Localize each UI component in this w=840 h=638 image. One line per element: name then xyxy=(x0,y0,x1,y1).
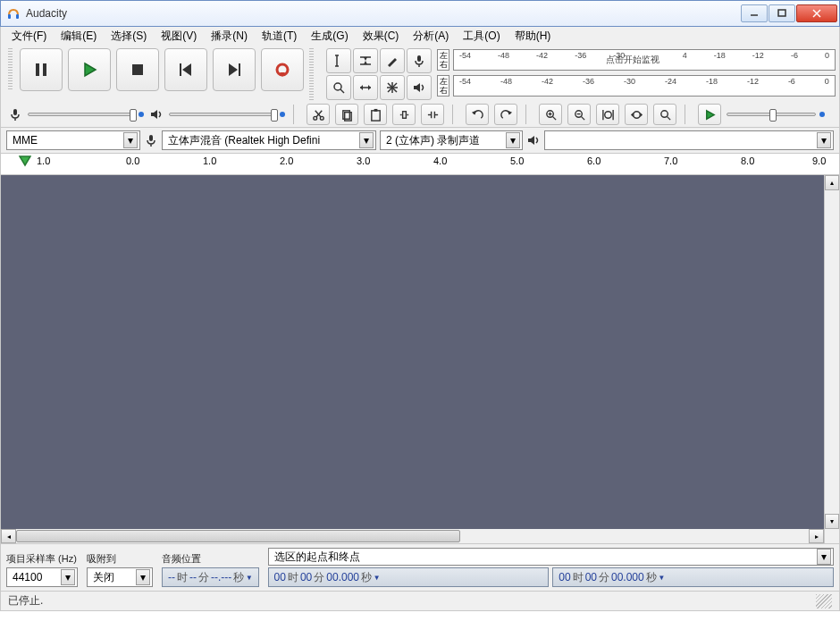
tracks-canvas[interactable] xyxy=(1,175,824,529)
menu-select[interactable]: 选择(S) xyxy=(104,28,154,45)
selection-mode-combo[interactable]: 选区的起点和终点 ▾ xyxy=(268,548,834,566)
svg-marker-8 xyxy=(85,63,96,76)
svg-rect-40 xyxy=(371,110,379,120)
svg-rect-1 xyxy=(16,14,19,19)
undo-button[interactable] xyxy=(466,104,489,125)
menu-tracks[interactable]: 轨道(T) xyxy=(255,28,304,45)
play-meter-label: 左右 xyxy=(437,75,449,97)
speaker-icon xyxy=(149,107,164,122)
menu-tools[interactable]: 工具(O) xyxy=(456,28,507,45)
selection-tool-icon[interactable] xyxy=(326,48,351,73)
horizontal-scrollbar[interactable]: ◂ ▸ xyxy=(0,529,840,544)
audio-host-combo[interactable]: MME ▾ xyxy=(6,130,140,150)
skip-end-button[interactable] xyxy=(213,48,256,91)
playback-meter[interactable]: -54 -48 -42 -36 -30 -24 -18 -12 -6 0 xyxy=(453,75,836,97)
zoom-out-button[interactable] xyxy=(567,104,591,125)
scroll-handle[interactable] xyxy=(16,530,460,542)
svg-line-52 xyxy=(552,116,556,120)
start-monitoring-text[interactable]: 点击开始监视 xyxy=(606,54,659,66)
ruler-tick: 9.0 xyxy=(812,155,826,166)
maximize-button[interactable] xyxy=(769,4,795,22)
svg-point-58 xyxy=(604,111,611,118)
track-area: ▴ ▾ xyxy=(0,175,840,529)
cut-button[interactable] xyxy=(307,104,330,125)
envelope-tool-icon[interactable] xyxy=(353,48,378,73)
menu-generate[interactable]: 生成(G) xyxy=(304,28,355,45)
svg-rect-3 xyxy=(778,10,785,16)
scroll-left-button[interactable]: ◂ xyxy=(1,529,16,543)
svg-marker-25 xyxy=(360,85,363,90)
zoom-tool-icon[interactable] xyxy=(326,75,351,100)
playhead-marker-icon[interactable] xyxy=(19,155,31,170)
audio-position-display[interactable]: --时 --分 --.---秒 ▾ xyxy=(162,567,259,587)
menu-view[interactable]: 视图(V) xyxy=(154,28,204,45)
mic-icon xyxy=(144,133,158,147)
recording-channels-combo[interactable]: 2 (立体声) 录制声道 ▾ xyxy=(380,130,523,150)
menu-edit[interactable]: 编辑(E) xyxy=(54,28,104,45)
playback-device-combo[interactable]: ▾ xyxy=(544,130,834,150)
svg-line-23 xyxy=(340,89,344,93)
snap-to-combo[interactable]: 关闭 ▾ xyxy=(87,567,153,587)
chevron-down-icon: ▾ xyxy=(61,569,75,585)
menu-effect[interactable]: 效果(C) xyxy=(356,28,407,45)
chevron-down-icon: ▾ xyxy=(817,132,831,148)
minimize-button[interactable] xyxy=(741,4,768,22)
selection-end-display[interactable]: 00时 00分 00.000秒 ▾ xyxy=(552,567,834,587)
playback-volume-slider[interactable] xyxy=(169,112,285,117)
scroll-down-button[interactable]: ▾ xyxy=(825,514,839,529)
vertical-scrollbar[interactable]: ▴ ▾ xyxy=(824,175,839,529)
tools-toolbar xyxy=(326,48,432,100)
svg-point-61 xyxy=(633,111,640,118)
play-button[interactable] xyxy=(68,48,111,91)
recording-device-combo[interactable]: 立体声混音 (Realtek High Defini ▾ xyxy=(162,130,376,150)
ruler-tick: 7.0 xyxy=(664,155,677,166)
title-bar: Audacity xyxy=(0,0,840,27)
fit-selection-button[interactable] xyxy=(596,104,619,125)
selection-start-display[interactable]: 00时 00分 00.000秒 ▾ xyxy=(268,567,550,587)
fit-project-button[interactable] xyxy=(625,104,648,125)
play-at-speed-button[interactable] xyxy=(698,104,721,125)
recording-meter[interactable]: -54 -48 -42 -36 -30 x 4 -18 -12 -6 0 点击开… xyxy=(453,49,836,71)
toolbar-grip[interactable] xyxy=(8,48,13,91)
window-title: Audacity xyxy=(26,7,740,20)
paste-button[interactable] xyxy=(364,104,387,125)
silence-button[interactable] xyxy=(421,104,444,125)
resize-grip-icon[interactable] xyxy=(816,594,832,609)
menu-analyze[interactable]: 分析(A) xyxy=(406,28,456,45)
pause-button[interactable] xyxy=(20,48,63,91)
scroll-right-button[interactable]: ▸ xyxy=(809,529,824,543)
multi-tool-icon[interactable] xyxy=(380,75,405,100)
menu-transport[interactable]: 播录(N) xyxy=(204,28,255,45)
timeline-ruler[interactable]: 1.00.01.02.03.04.05.06.07.08.09.0 xyxy=(0,154,840,175)
zoom-in-button[interactable] xyxy=(539,104,562,125)
menu-help[interactable]: 帮助(H) xyxy=(508,28,559,45)
close-button[interactable] xyxy=(796,4,837,22)
project-rate-label: 项目采样率 (Hz) xyxy=(6,552,78,566)
svg-marker-31 xyxy=(414,83,420,92)
project-rate-combo[interactable]: 44100 ▾ xyxy=(6,567,78,587)
svg-rect-6 xyxy=(36,63,39,76)
skip-start-button[interactable] xyxy=(164,48,207,91)
chevron-down-icon: ▾ xyxy=(123,132,138,148)
copy-button[interactable] xyxy=(335,104,358,125)
rec-meter-mic-icon[interactable] xyxy=(407,48,432,73)
draw-tool-icon[interactable] xyxy=(380,48,405,73)
play-speed-slider[interactable] xyxy=(727,112,836,117)
menu-file[interactable]: 文件(F) xyxy=(4,28,54,45)
svg-rect-13 xyxy=(239,63,240,76)
scroll-up-button[interactable]: ▴ xyxy=(825,175,839,190)
scroll-corner xyxy=(824,529,839,543)
play-meter-speaker-icon[interactable] xyxy=(407,75,432,100)
timeshift-tool-icon[interactable] xyxy=(353,75,378,100)
zoom-toggle-button[interactable] xyxy=(653,104,676,125)
svg-marker-62 xyxy=(630,112,633,117)
redo-button[interactable] xyxy=(494,104,517,125)
stop-button[interactable] xyxy=(116,48,159,91)
toolbar-grip[interactable] xyxy=(309,48,314,100)
trim-button[interactable] xyxy=(392,104,416,125)
recording-volume-slider[interactable] xyxy=(28,112,144,117)
svg-line-56 xyxy=(581,116,584,120)
meters-area: 左右 -54 -48 -42 -36 -30 x 4 -18 -12 -6 0 xyxy=(437,48,836,97)
record-button[interactable] xyxy=(261,48,304,91)
svg-marker-63 xyxy=(640,112,643,117)
